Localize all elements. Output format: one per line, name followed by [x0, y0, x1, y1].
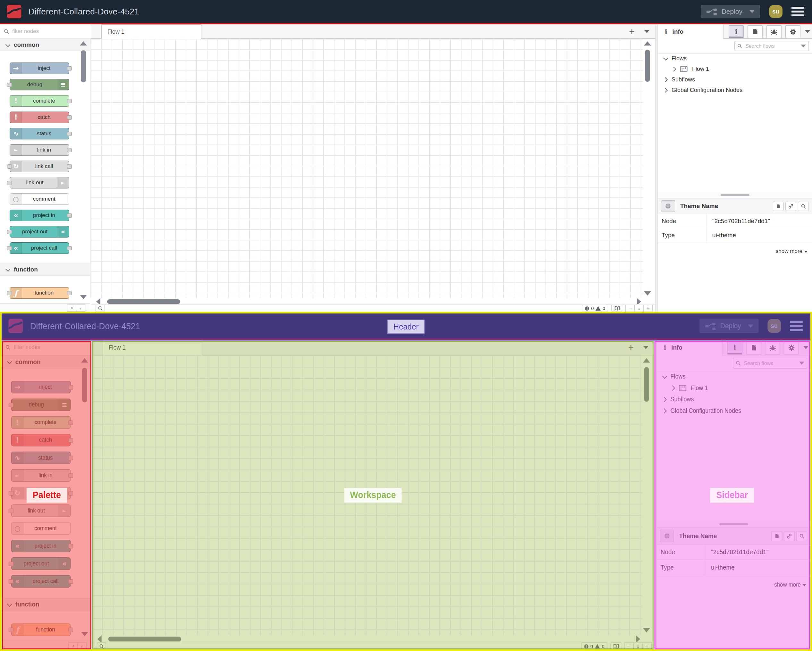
tree-item-flows[interactable]: Flows [657, 371, 810, 383]
palette-node-catch[interactable]: !catch [10, 111, 69, 123]
sidebar-info-tab-button[interactable] [729, 25, 744, 38]
canvas-hscroll-thumb[interactable] [107, 299, 180, 304]
tree-item-flow1[interactable]: Flow 1 [657, 383, 810, 394]
flow-search-input[interactable] [745, 43, 794, 49]
search-options-chevron-icon[interactable] [799, 361, 804, 365]
navigator-map-button[interactable] [611, 305, 622, 312]
palette-node-project-in[interactable]: «project in [10, 210, 69, 221]
palette-node-status[interactable]: ∿status [11, 451, 70, 464]
main-menu-button[interactable] [790, 321, 803, 331]
palette-node-link-out[interactable]: ►link out [10, 177, 69, 189]
flow-list-chevron-icon[interactable] [644, 30, 649, 33]
chevron-down-icon[interactable] [662, 374, 667, 379]
notification-counts-button[interactable]: ! 0 0 [582, 305, 608, 312]
sidebar-panel-splitter[interactable] [657, 521, 810, 527]
deploy-button[interactable]: Deploy [699, 319, 759, 333]
scroll-up-icon[interactable] [80, 41, 87, 46]
canvas-horizontal-scrollbar[interactable] [90, 298, 643, 305]
palette-category-common[interactable]: common [2, 355, 91, 369]
chevron-down-icon[interactable] [5, 267, 11, 272]
zoom-out-button[interactable] [624, 643, 634, 650]
palette-scrollbar[interactable] [81, 41, 86, 299]
palette-node-comment[interactable]: ○comment [10, 193, 69, 205]
node-search-button[interactable] [798, 201, 809, 211]
flow-search-box[interactable] [734, 41, 809, 51]
palette-node-catch[interactable]: !catch [11, 434, 70, 447]
palette-node-debug[interactable]: ≡debug [10, 79, 69, 90]
palette-node-function[interactable]: ƒfunction [11, 624, 70, 636]
sidebar-panel-splitter[interactable] [658, 192, 812, 198]
sidebar-tab-info[interactable]: info [658, 24, 723, 39]
canvas-vscroll-thumb[interactable] [645, 50, 650, 82]
sidebar-config-tab-button[interactable] [784, 341, 799, 355]
deploy-dropdown-chevron-icon[interactable] [749, 10, 755, 13]
sidebar-config-tab-button[interactable] [785, 25, 800, 38]
deploy-button[interactable]: Deploy [701, 5, 760, 18]
add-flow-button[interactable] [628, 342, 634, 352]
palette-filter-input[interactable] [12, 28, 74, 35]
scroll-up-icon[interactable] [81, 358, 88, 363]
search-options-chevron-icon[interactable] [801, 44, 806, 47]
sidebar-tabs-chevron-icon[interactable] [803, 346, 809, 349]
palette-scrollbar-thumb[interactable] [81, 50, 86, 82]
sidebar-debug-tab-button[interactable] [766, 25, 781, 38]
node-link-button[interactable] [784, 531, 795, 541]
node-help-button[interactable] [771, 531, 782, 541]
palette-scrollbar-thumb[interactable] [82, 367, 87, 402]
palette-node-inject[interactable]: →inject [10, 63, 69, 74]
palette-collapse-all-button[interactable]: » [67, 305, 76, 311]
tree-item-flow1[interactable]: Flow 1 [658, 64, 812, 75]
palette-node-project-out[interactable]: «project out [10, 226, 69, 238]
tree-item-global-config[interactable]: Global Configuration Nodes [658, 85, 812, 96]
scroll-down-icon[interactable] [644, 291, 651, 296]
drag-grip[interactable] [720, 194, 749, 196]
scroll-down-icon[interactable] [80, 295, 87, 299]
tree-item-subflows[interactable]: Subflows [658, 75, 812, 85]
drag-grip[interactable] [719, 523, 748, 525]
zoom-out-button[interactable] [625, 305, 635, 312]
palette-node-inject[interactable]: →inject [11, 381, 70, 393]
sidebar-tabs-chevron-icon[interactable] [805, 30, 810, 33]
user-avatar[interactable]: su [769, 5, 783, 18]
chevron-right-icon[interactable] [662, 397, 666, 402]
flow-search-box[interactable] [733, 358, 807, 368]
canvas-hscroll-thumb[interactable] [108, 637, 181, 641]
chevron-down-icon[interactable] [7, 601, 12, 607]
config-node-button[interactable] [661, 200, 675, 212]
sidebar-help-tab-button[interactable] [748, 25, 763, 38]
palette-node-link-in[interactable]: ►link in [10, 144, 69, 156]
zoom-reset-button[interactable] [634, 643, 643, 650]
deploy-dropdown-chevron-icon[interactable] [748, 325, 753, 328]
sidebar-splitter[interactable] [654, 340, 657, 650]
canvas-vscroll-thumb[interactable] [644, 367, 649, 402]
palette-expand-all-button[interactable]: » [76, 305, 85, 311]
add-flow-button[interactable] [629, 27, 635, 37]
zoom-in-button[interactable] [644, 305, 653, 312]
navigator-map-button[interactable] [610, 643, 621, 650]
palette-category-function[interactable]: function [0, 264, 90, 276]
palette-node-debug[interactable]: ≡debug [11, 399, 70, 411]
notification-counts-button[interactable]: ! 0 0 [582, 643, 607, 650]
palette-node-status[interactable]: ∿status [10, 128, 69, 139]
palette-node-complete[interactable]: !complete [11, 416, 70, 429]
zoom-in-button[interactable] [643, 643, 652, 650]
scroll-down-icon[interactable] [643, 628, 650, 633]
palette-node-project-call[interactable]: «project call [11, 575, 70, 587]
palette-node-link-in[interactable]: ►link in [11, 469, 70, 482]
palette-node-comment[interactable]: ○comment [11, 522, 70, 535]
show-more-link[interactable]: show more [657, 581, 810, 588]
tree-item-flows[interactable]: Flows [658, 53, 812, 64]
chevron-down-icon[interactable] [5, 42, 11, 47]
flow-canvas[interactable] [90, 39, 643, 298]
flow-list-chevron-icon[interactable] [643, 346, 649, 349]
show-more-link[interactable]: show more [658, 248, 812, 255]
tree-item-global-config[interactable]: Global Configuration Nodes [657, 405, 810, 417]
palette-scrollbar[interactable] [82, 358, 87, 636]
chevron-right-icon[interactable] [670, 385, 675, 391]
sidebar-tab-info[interactable]: info [657, 340, 722, 355]
canvas-search-button[interactable] [97, 643, 106, 650]
palette-node-project-call[interactable]: «project call [10, 242, 69, 254]
chevron-right-icon[interactable] [662, 408, 666, 413]
scroll-up-icon[interactable] [644, 41, 651, 46]
canvas-vertical-scrollbar[interactable] [643, 358, 650, 633]
